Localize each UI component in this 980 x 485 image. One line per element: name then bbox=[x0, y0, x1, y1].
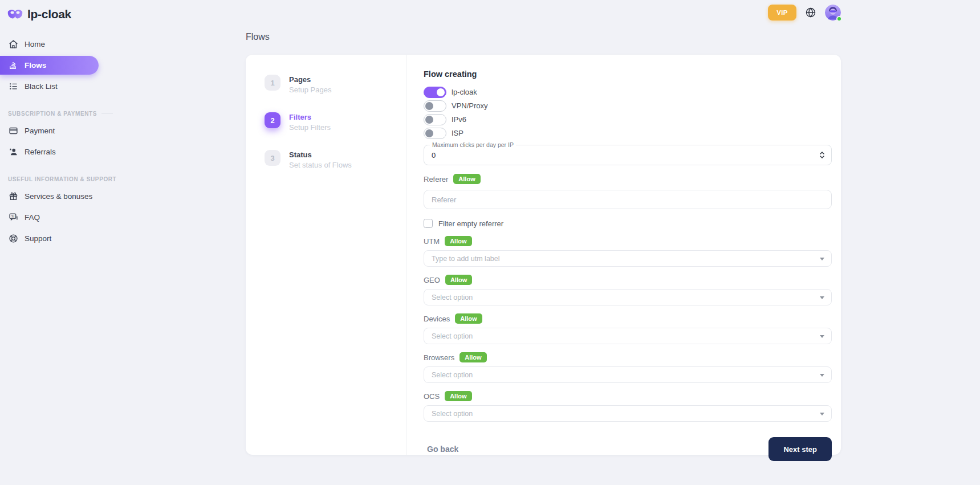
flows-icon bbox=[8, 60, 18, 71]
step-number: 3 bbox=[265, 150, 280, 166]
home-icon bbox=[8, 39, 18, 50]
sidebar-item-label: Home bbox=[25, 40, 45, 48]
step-filters[interactable]: 2 Filters Setup Filters bbox=[265, 112, 406, 132]
referer-allow-badge[interactable]: Allow bbox=[453, 174, 480, 184]
max-clicks-field: Maximum clicks per day per IP bbox=[424, 145, 832, 165]
geo-label: GEO bbox=[424, 276, 440, 284]
form-actions: Go back Next step bbox=[424, 437, 832, 461]
sidebar-item-label: Flows bbox=[25, 61, 46, 70]
section-label-support: Useful information & support bbox=[8, 176, 113, 182]
sidebar-item-label: Referrals bbox=[25, 148, 56, 156]
vip-button[interactable]: VIP bbox=[768, 5, 796, 21]
caret-down-icon bbox=[820, 258, 824, 260]
toggle-label: IPv6 bbox=[452, 115, 466, 124]
sidebar-item-referrals[interactable]: Referrals bbox=[0, 142, 99, 161]
go-back-button[interactable]: Go back bbox=[427, 445, 458, 454]
ocs-group: OCS Allow Select option bbox=[424, 391, 832, 422]
toggle-label: lp-cloak bbox=[452, 88, 477, 96]
lifebuoy-icon bbox=[8, 234, 18, 244]
browsers-select[interactable]: Select option bbox=[424, 366, 832, 383]
step-number: 1 bbox=[265, 75, 280, 91]
ipv6-toggle[interactable] bbox=[424, 114, 446, 125]
sidebar-item-label: Black List bbox=[25, 82, 58, 91]
brand-name: lp-cloak bbox=[27, 7, 71, 21]
ocs-label: OCS bbox=[424, 392, 440, 401]
toggle-row-vpn-proxy: VPN/Proxy bbox=[424, 100, 832, 112]
geo-group: GEO Allow Select option bbox=[424, 275, 832, 305]
user-avatar[interactable] bbox=[825, 5, 841, 21]
toggle-label: ISP bbox=[452, 129, 463, 137]
ocs-select[interactable]: Select option bbox=[424, 405, 832, 422]
sidebar-item-flows[interactable]: Flows bbox=[0, 56, 99, 75]
filter-empty-referrer-checkbox[interactable] bbox=[424, 219, 433, 228]
sidebar-item-black-list[interactable]: Black List bbox=[0, 77, 99, 96]
browsers-allow-badge[interactable]: Allow bbox=[459, 352, 486, 362]
form-title: Flow creating bbox=[424, 70, 832, 79]
geo-allow-badge[interactable]: Allow bbox=[445, 275, 472, 285]
sidebar-item-services[interactable]: Services & bonuses bbox=[0, 187, 99, 206]
step-title: Status bbox=[289, 150, 352, 160]
devices-group: Devices Allow Select option bbox=[424, 313, 832, 344]
step-status[interactable]: 3 Status Set status of Flows bbox=[265, 150, 406, 170]
language-globe-icon[interactable] bbox=[804, 6, 817, 19]
brand-logo[interactable]: lp-cloak bbox=[0, 0, 120, 21]
utm-label: UTM bbox=[424, 237, 440, 246]
referer-label: Referer bbox=[424, 175, 448, 184]
sidebar-item-support[interactable]: Support bbox=[0, 229, 99, 248]
referer-input[interactable] bbox=[424, 190, 832, 209]
step-title: Pages bbox=[289, 75, 331, 84]
flow-card: 1 Pages Setup Pages 2 Filters Setup Filt… bbox=[246, 55, 841, 455]
devices-allow-badge[interactable]: Allow bbox=[455, 313, 482, 324]
checkbox-label: Filter empty referrer bbox=[438, 219, 503, 228]
mask-icon bbox=[7, 9, 23, 20]
step-subtitle: Setup Filters bbox=[289, 123, 331, 132]
utm-combobox[interactable]: Type to add utm label bbox=[424, 250, 832, 267]
lp-cloak-toggle[interactable] bbox=[424, 87, 446, 98]
devices-label: Devices bbox=[424, 315, 450, 323]
topbar: VIP bbox=[246, 5, 841, 21]
referer-label-row: Referer Allow bbox=[424, 174, 832, 184]
max-clicks-label: Maximum clicks per day per IP bbox=[430, 141, 516, 148]
online-status-dot bbox=[836, 16, 842, 22]
isp-toggle[interactable] bbox=[424, 128, 446, 139]
stepper: 1 Pages Setup Pages 2 Filters Setup Filt… bbox=[246, 55, 406, 455]
step-subtitle: Set status of Flows bbox=[289, 161, 352, 170]
utm-group: UTM Allow Type to add utm label bbox=[424, 236, 832, 267]
utm-allow-badge[interactable]: Allow bbox=[445, 236, 471, 246]
sidebar: lp-cloak Home Flows Black List Subscript… bbox=[0, 0, 120, 485]
sidebar-item-faq[interactable]: ?! FAQ bbox=[0, 208, 99, 227]
geo-select[interactable]: Select option bbox=[424, 289, 832, 305]
sidebar-item-label: Services & bonuses bbox=[25, 192, 92, 201]
toggle-row-lp-cloak: lp-cloak bbox=[424, 86, 832, 98]
caret-down-icon bbox=[820, 374, 824, 377]
credit-card-icon bbox=[8, 126, 18, 136]
toggle-row-ipv6: IPv6 bbox=[424, 113, 832, 125]
caret-down-icon bbox=[820, 296, 824, 299]
sidebar-item-payment[interactable]: Payment bbox=[0, 121, 99, 140]
sidebar-item-home[interactable]: Home bbox=[0, 35, 99, 54]
step-subtitle: Setup Pages bbox=[289, 85, 331, 95]
sidebar-item-label: Payment bbox=[25, 127, 55, 135]
vpn-proxy-toggle[interactable] bbox=[424, 100, 446, 112]
browsers-group: Browsers Allow Select option bbox=[424, 352, 832, 383]
caret-down-icon bbox=[820, 335, 824, 338]
section-label-subscription: Subscription & payments bbox=[8, 111, 113, 117]
max-clicks-input[interactable] bbox=[432, 151, 819, 160]
flow-creating-form: Flow creating lp-cloak VPN/Proxy IPv6 IS… bbox=[406, 55, 841, 455]
filter-empty-referrer-row: Filter empty referrer bbox=[424, 219, 832, 228]
toggle-label: VPN/Proxy bbox=[452, 101, 488, 110]
number-stepper-icon[interactable] bbox=[819, 150, 826, 160]
devices-select[interactable]: Select option bbox=[424, 328, 832, 344]
browsers-label: Browsers bbox=[424, 353, 454, 362]
page-title: Flows bbox=[246, 32, 841, 42]
sidebar-item-label: FAQ bbox=[25, 213, 40, 222]
toggle-row-isp: ISP bbox=[424, 127, 832, 139]
sidebar-item-label: Support bbox=[25, 234, 51, 243]
step-number: 2 bbox=[265, 112, 280, 128]
step-title: Filters bbox=[289, 113, 331, 122]
ocs-allow-badge[interactable]: Allow bbox=[445, 391, 471, 401]
list-icon bbox=[8, 81, 18, 92]
next-step-button[interactable]: Next step bbox=[768, 437, 832, 461]
main-content: Flows 1 Pages Setup Pages 2 Filters Setu… bbox=[246, 32, 841, 455]
step-pages[interactable]: 1 Pages Setup Pages bbox=[265, 75, 406, 95]
